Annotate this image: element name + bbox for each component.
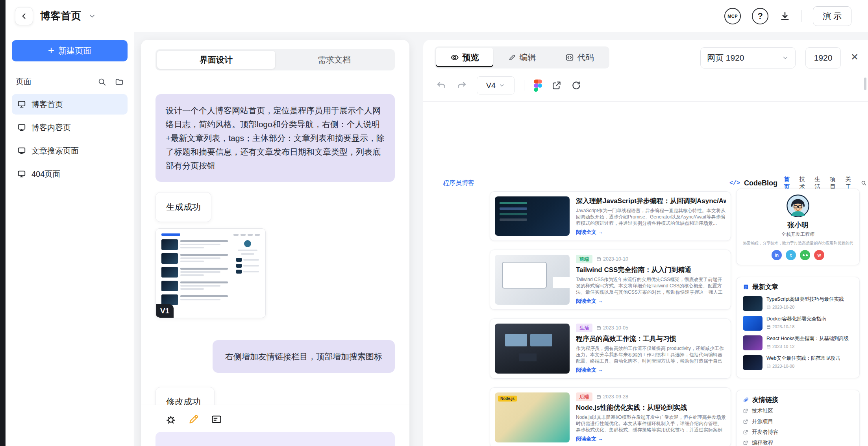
search-icon[interactable]	[98, 78, 106, 86]
preview-panel: 预览 编辑 代码 网页 1920 1920 ✕ V4	[423, 40, 868, 446]
edit-tool-button[interactable]	[188, 413, 200, 425]
user-prompt-bubble-2: 右侧增加友情链接栏目，顶部增加搜索图标	[213, 340, 395, 373]
article-card[interactable]: 生活 2023-10-05 程序员的高效工作流：工具与习惯 作为程序员，拥有高效…	[490, 318, 731, 379]
user-prompt-bubble: 设计一个个人博客网站首页，定位是程序员用于展示个人网络日志，简约风格。顶部log…	[155, 94, 395, 182]
article-card[interactable]: 深入理解JavaScript异步编程：从回调到Async/Await JavaS…	[490, 191, 731, 241]
pencil-icon	[188, 413, 200, 425]
social-icon-weibo[interactable]: w	[814, 250, 824, 260]
sidebar-item-blog-content[interactable]: 博客内容页	[12, 117, 128, 138]
redo-icon	[456, 80, 467, 91]
article-date: 2023-09-28	[596, 394, 628, 400]
recent-thumbnail	[743, 316, 763, 331]
external-link-icon	[743, 440, 748, 446]
topbar: 博客首页 MCP ? 演 示	[6, 0, 868, 32]
scrollbar[interactable]	[864, 78, 866, 90]
friend-link[interactable]: 技术社区	[743, 407, 853, 415]
friend-link[interactable]: 开发者博客	[743, 429, 853, 436]
sidebar-item-404[interactable]: 404页面	[12, 164, 128, 184]
recent-date: 2023-10-12	[766, 344, 849, 349]
download-button[interactable]	[779, 11, 790, 22]
pencil-icon	[508, 54, 516, 61]
code-icon	[565, 53, 574, 62]
debug-button[interactable]	[165, 413, 177, 425]
recent-title: Web安全最佳实践：防范常见攻击	[766, 355, 840, 362]
redo-button[interactable]	[456, 80, 467, 91]
mcp-button[interactable]: MCP	[724, 8, 741, 24]
social-links: in t w	[743, 250, 853, 260]
calendar-icon	[766, 305, 771, 309]
recent-item[interactable]: TypeScript高级类型技巧与最佳实践 2023-10-20	[743, 296, 853, 311]
back-button[interactable]	[15, 7, 33, 25]
article-card[interactable]: 前端 2023-10-10 Tailwind CSS完全指南：从入门到精通 Ta…	[490, 250, 731, 310]
calendar-icon	[596, 326, 601, 330]
social-icon-2[interactable]: t	[786, 250, 796, 260]
article-excerpt: Node.js以其非阻塞I/O模型在后端开发中广受欢迎，但在处理高并发场景时仍需…	[576, 414, 726, 433]
preview-canvas[interactable]: 程序员博客 </> CodeBlog 首页 技术 生活 项目 关于 深入理解Ja…	[423, 101, 868, 446]
version-select[interactable]: V4	[477, 76, 515, 94]
folder-icon[interactable]	[115, 78, 124, 86]
recent-item[interactable]: React Hooks完全指南：从基础到高级 2023-10-12	[743, 335, 853, 350]
tab-code-label: 代码	[577, 52, 594, 63]
close-button[interactable]: ✕	[851, 52, 859, 63]
article-excerpt: Tailwind CSS作为近年来流行的实用优先CSS框架，彻底改变了前端开发的…	[576, 276, 726, 295]
nav-search-icon[interactable]	[861, 180, 866, 186]
new-page-button[interactable]: + 新建页面	[12, 40, 128, 61]
device-select[interactable]: 网页 1920	[700, 47, 796, 68]
article-card[interactable]: Node.js 后端 2023-09-28 Node.js性能优化实践：从理论到…	[490, 387, 731, 446]
frame-label[interactable]: 程序员博客	[443, 179, 474, 187]
recent-thumbnail	[743, 335, 763, 350]
card-icon	[211, 413, 222, 425]
undo-button[interactable]	[436, 80, 447, 91]
demo-button[interactable]: 演 示	[813, 6, 851, 26]
title-chevron-down-icon[interactable]	[88, 12, 96, 20]
site-logo-mark: </>	[729, 180, 740, 187]
tab-preview[interactable]: 预览	[436, 48, 493, 67]
tab-ui-design[interactable]: 界面设计	[157, 51, 275, 69]
friend-link[interactable]: 开源项目	[743, 418, 853, 425]
status-card-success: 生成成功	[155, 192, 211, 222]
tab-edit[interactable]: 编辑	[493, 48, 551, 67]
refresh-button[interactable]	[571, 80, 581, 91]
recent-title: Docker容器化部署完全指南	[766, 316, 826, 322]
read-more-link[interactable]: 阅读全文 →	[576, 366, 726, 374]
chat-input[interactable]	[155, 432, 395, 446]
version-select-value: V4	[486, 81, 496, 90]
friend-links-title: 友情链接	[752, 396, 778, 404]
topbar-divider	[801, 10, 802, 22]
profile-card: 张小明 全栈开发工程师 热爱编程，分享技术，致力于打造高质量的Web应用和优雅的…	[736, 189, 860, 265]
recent-item[interactable]: Web安全最佳实践：防范常见攻击 2023-10-08	[743, 355, 853, 370]
pages-sidebar: + 新建页面 页面 博客首页 博客内容页 文章搜索页面 404页面	[6, 32, 134, 446]
read-more-link[interactable]: 阅读全文 →	[576, 298, 726, 305]
social-icon-wechat[interactable]	[800, 250, 810, 260]
figma-button[interactable]	[534, 80, 542, 92]
article-date: 2023-10-05	[596, 325, 628, 331]
tab-requirements-doc[interactable]: 需求文档	[275, 51, 393, 69]
download-icon	[779, 11, 790, 22]
recent-date: 2023-10-08	[766, 364, 840, 368]
read-more-link[interactable]: 阅读全文 →	[576, 435, 726, 442]
article-title: Node.js性能优化实践：从理论到实战	[576, 403, 726, 412]
chat-history[interactable]: 设计一个个人博客网站首页，定位是程序员用于展示个人网络日志，简约风格。顶部log…	[141, 78, 409, 413]
chat-footer	[141, 405, 409, 446]
chat-toolbar	[155, 411, 395, 428]
card-tool-button[interactable]	[211, 413, 222, 425]
article-list: 深入理解JavaScript异步编程：从回调到Async/Await JavaS…	[490, 191, 731, 446]
chat-panel: 界面设计 需求文档 设计一个个人博客网站首页，定位是程序员用于展示个人网络日志，…	[141, 40, 409, 446]
width-input[interactable]: 1920	[805, 47, 841, 68]
share-icon	[552, 80, 562, 91]
social-icon-1[interactable]: in	[772, 250, 782, 260]
calendar-icon	[766, 325, 771, 329]
recent-item[interactable]: Docker容器化部署完全指南 2023-10-18	[743, 316, 853, 331]
actions-divider	[524, 80, 524, 91]
pages-section-label: 页面	[16, 76, 89, 87]
version-thumbnail[interactable]: V1	[155, 228, 266, 318]
tab-code[interactable]: 代码	[551, 48, 608, 67]
help-button[interactable]: ?	[752, 8, 768, 24]
external-link-icon	[743, 429, 748, 435]
friend-link[interactable]: 编程教程	[743, 439, 853, 446]
sidebar-item-article-search[interactable]: 文章搜索页面	[12, 141, 128, 161]
sidebar-item-blog-home[interactable]: 博客首页	[12, 94, 128, 115]
share-button[interactable]	[552, 80, 562, 91]
read-more-link[interactable]: 阅读全文 →	[576, 229, 726, 236]
window-edge-strip	[0, 0, 6, 446]
